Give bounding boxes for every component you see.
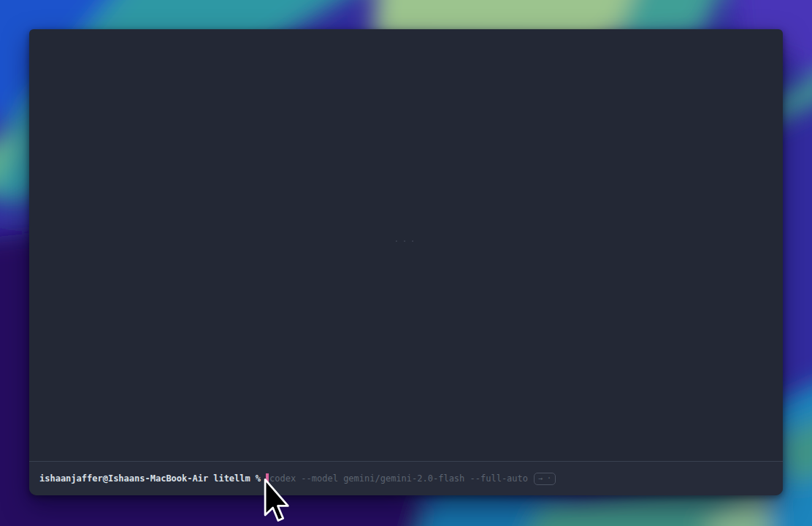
terminal-loading-ellipsis: ··· (29, 236, 783, 246)
terminal-output-area: ··· (29, 29, 783, 461)
terminal-prompt-bar[interactable]: ishaanjaffer@Ishaans-MacBook-Airlitellm%… (29, 461, 783, 495)
text-cursor-beam (266, 473, 269, 484)
prompt-directory: litellm (213, 473, 250, 484)
prompt-user-host: ishaanjaffer@Ishaans-MacBook-Air (39, 473, 208, 484)
prompt-autosuggestion: codex --model gemini/gemini-2.0-flash --… (269, 473, 528, 484)
tab-complete-hint-badge: → · (534, 473, 556, 485)
prompt-symbol: % (256, 473, 261, 484)
terminal-window[interactable]: ··· ishaanjaffer@Ishaans-MacBook-Airlite… (29, 29, 783, 495)
